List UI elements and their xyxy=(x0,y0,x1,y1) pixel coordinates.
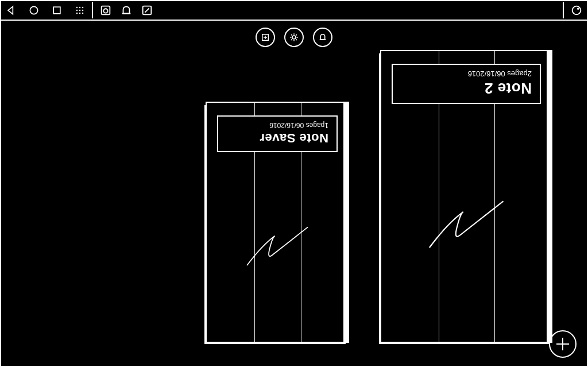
system-nav xyxy=(5,4,86,17)
svg-point-9 xyxy=(79,13,81,14)
svg-point-10 xyxy=(82,13,84,14)
camera-icon[interactable] xyxy=(99,3,113,17)
note-date: 06/16/2016 xyxy=(468,69,505,78)
note-scribble-icon xyxy=(237,215,318,275)
svg-point-12 xyxy=(103,9,107,13)
statusbar-separator-right xyxy=(563,2,564,18)
note-label: Note Saver 1pages 06/16/2016 xyxy=(217,115,338,152)
svg-point-0 xyxy=(30,6,37,14)
statusbar-right xyxy=(570,3,583,17)
note-title: Note 2 xyxy=(401,79,532,97)
note-pages: 1pages xyxy=(306,121,328,129)
svg-point-4 xyxy=(82,7,84,9)
svg-point-2 xyxy=(76,7,78,9)
note-title: Note Saver xyxy=(226,130,328,145)
svg-rect-1 xyxy=(53,7,60,14)
recent-icon[interactable] xyxy=(51,4,63,17)
add-note-fab[interactable] xyxy=(549,330,577,358)
note-spine xyxy=(343,103,348,342)
apps-grid-icon[interactable] xyxy=(74,4,86,17)
plus-icon xyxy=(562,338,564,350)
statusbar-tray xyxy=(99,3,154,17)
svg-point-8 xyxy=(76,13,78,14)
svg-point-3 xyxy=(79,7,81,9)
app-screen: Note 2 2pages 06/16/2016 xyxy=(0,0,588,367)
statusbar-separator xyxy=(92,2,93,18)
svg-point-6 xyxy=(79,10,81,11)
note-date: 06/16/2016 xyxy=(269,121,304,129)
status-icon[interactable] xyxy=(570,3,583,17)
note-meta: 2pages 06/16/2016 xyxy=(401,69,532,78)
note-label: Note 2 2pages 06/16/2016 xyxy=(392,64,541,104)
home-icon[interactable] xyxy=(28,4,40,17)
system-statusbar xyxy=(1,1,587,21)
note-meta: 1pages 06/16/2016 xyxy=(226,121,328,129)
note-spine xyxy=(547,51,551,342)
svg-point-15 xyxy=(577,7,579,10)
note-card[interactable]: Note 2 2pages 06/16/2016 xyxy=(380,50,552,343)
note-pages: 2pages xyxy=(507,69,532,78)
notes-gallery: Note 2 2pages 06/16/2016 xyxy=(1,27,587,366)
notification-icon[interactable] xyxy=(119,3,133,17)
svg-point-5 xyxy=(76,10,78,11)
note-card[interactable]: Note Saver 1pages 06/16/2016 xyxy=(206,102,349,343)
back-icon[interactable] xyxy=(5,4,17,17)
pen-icon[interactable] xyxy=(140,3,154,17)
notes-content: Note 2 2pages 06/16/2016 xyxy=(1,53,587,366)
svg-point-14 xyxy=(572,6,581,15)
svg-point-7 xyxy=(82,10,84,11)
notes-gallery-rotated: Note 2 2pages 06/16/2016 xyxy=(1,53,587,366)
note-scribble-icon xyxy=(417,186,515,260)
